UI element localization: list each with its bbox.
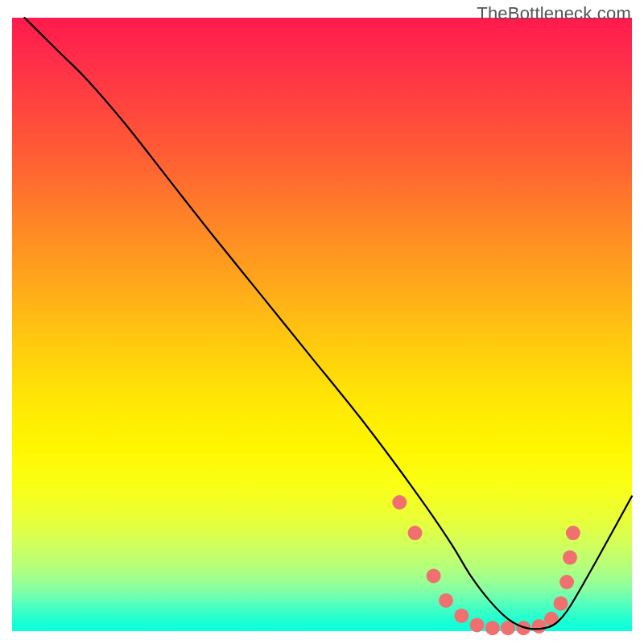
data-dot (427, 568, 441, 583)
data-dot (559, 575, 574, 589)
data-dot (392, 495, 407, 510)
data-dot (439, 593, 453, 608)
data-dot (408, 526, 423, 540)
chart-container: TheBottleneck.com (0, 0, 644, 644)
bottleneck-curve (24, 18, 632, 629)
data-dot (454, 609, 469, 623)
data-dot (563, 551, 577, 565)
data-dot (554, 597, 568, 611)
data-dot (566, 526, 580, 540)
data-dot (485, 621, 500, 635)
data-dot (532, 619, 547, 634)
data-dot (470, 617, 485, 632)
chart-overlay (0, 0, 644, 644)
data-dots (392, 495, 580, 635)
